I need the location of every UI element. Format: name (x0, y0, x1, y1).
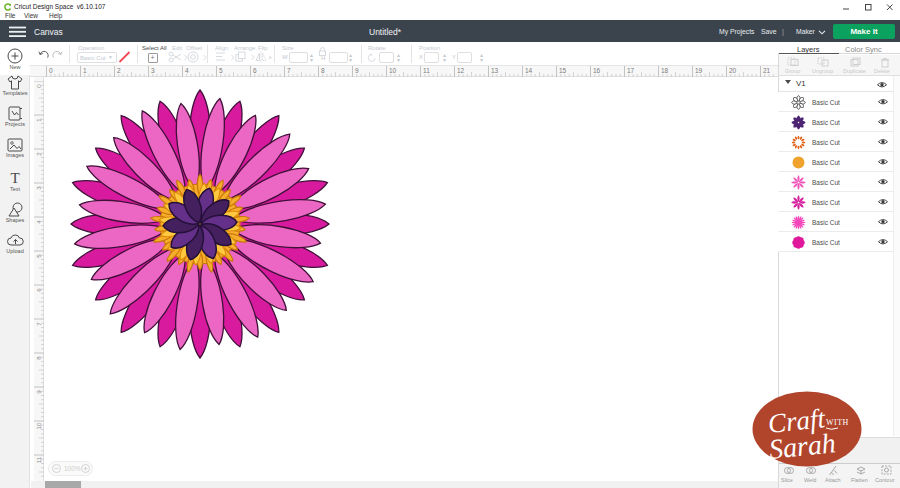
svg-text:WITH: WITH (826, 418, 849, 427)
